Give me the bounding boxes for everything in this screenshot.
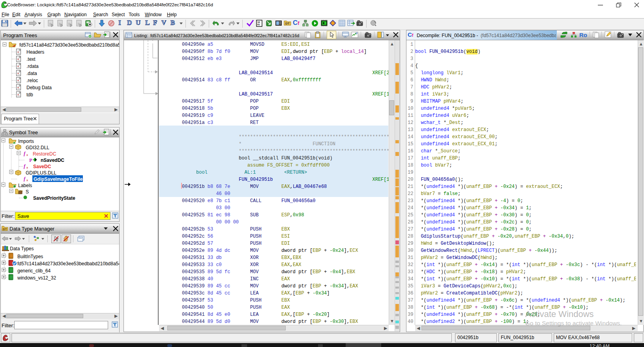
svg-text:x: x: [26, 166, 28, 169]
svg-text:DT: DT: [285, 22, 290, 25]
svg-text:f: f: [24, 163, 26, 169]
svg-text:f: f: [24, 176, 26, 182]
svg-text:P: P: [29, 157, 32, 163]
svg-text:f: f: [24, 150, 26, 156]
svg-text:DT: DT: [3, 227, 7, 231]
svg-text:x: x: [26, 154, 28, 156]
svg-text:x: x: [26, 179, 28, 182]
svg-text:01: 01: [257, 23, 260, 26]
